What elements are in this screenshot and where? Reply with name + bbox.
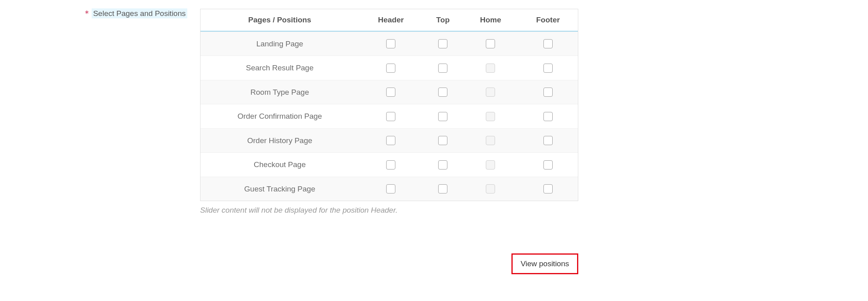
checkbox-cell <box>423 80 463 104</box>
table-row: Checkout Page <box>200 152 578 176</box>
checkbox-cell <box>463 80 518 104</box>
checkbox-top[interactable] <box>438 136 447 145</box>
checkbox-cell <box>463 32 518 56</box>
checkbox-footer[interactable] <box>543 88 553 97</box>
page-name-cell: Order History Page <box>200 128 359 152</box>
col-header: Footer <box>518 9 578 32</box>
checkbox-cell <box>518 177 578 201</box>
table-row: Landing Page <box>200 32 578 56</box>
checkbox-home <box>486 160 495 169</box>
pages-positions-table: Pages / PositionsHeaderTopHomeFooter Lan… <box>200 9 578 201</box>
checkbox-top[interactable] <box>438 39 447 48</box>
checkbox-cell <box>518 152 578 176</box>
checkbox-cell <box>423 32 463 56</box>
checkbox-home[interactable] <box>486 39 495 48</box>
page-name-cell: Guest Tracking Page <box>200 177 359 201</box>
checkbox-cell <box>359 128 423 152</box>
checkbox-cell <box>359 32 423 56</box>
checkbox-footer[interactable] <box>543 136 553 145</box>
checkbox-header[interactable] <box>386 184 395 193</box>
checkbox-cell <box>518 32 578 56</box>
checkbox-footer[interactable] <box>543 64 553 73</box>
table-row: Order History Page <box>200 128 578 152</box>
checkbox-header[interactable] <box>386 39 395 48</box>
page-name-cell: Checkout Page <box>200 152 359 176</box>
table-row: Search Result Page <box>200 56 578 80</box>
checkbox-home <box>486 88 495 97</box>
checkbox-cell <box>359 152 423 176</box>
checkbox-cell <box>359 177 423 201</box>
page-name-cell: Room Type Page <box>200 80 359 104</box>
helper-note: Slider content will not be displayed for… <box>200 206 578 215</box>
checkbox-cell <box>518 56 578 80</box>
checkbox-top[interactable] <box>438 184 447 193</box>
checkbox-footer[interactable] <box>543 184 553 193</box>
col-header: Header <box>359 9 423 32</box>
checkbox-cell <box>423 177 463 201</box>
checkbox-header[interactable] <box>386 64 395 73</box>
checkbox-cell <box>518 104 578 128</box>
checkbox-home <box>486 136 495 145</box>
checkbox-home <box>486 112 495 121</box>
checkbox-cell <box>423 104 463 128</box>
checkbox-cell <box>463 128 518 152</box>
checkbox-cell <box>359 104 423 128</box>
checkbox-home <box>486 64 495 73</box>
checkbox-cell <box>423 128 463 152</box>
field-value-area: Pages / PositionsHeaderTopHomeFooter Lan… <box>200 9 578 215</box>
table-row: Guest Tracking Page <box>200 177 578 201</box>
checkbox-home <box>486 184 495 193</box>
checkbox-footer[interactable] <box>543 160 553 169</box>
checkbox-cell <box>463 104 518 128</box>
checkbox-header[interactable] <box>386 160 395 169</box>
col-header: Pages / Positions <box>200 9 359 32</box>
checkbox-cell <box>463 152 518 176</box>
checkbox-top[interactable] <box>438 88 447 97</box>
page-name-cell: Landing Page <box>200 32 359 56</box>
page-name-cell: Search Result Page <box>200 56 359 80</box>
checkbox-cell <box>518 128 578 152</box>
table-row: Room Type Page <box>200 80 578 104</box>
checkbox-cell <box>518 80 578 104</box>
checkbox-cell <box>359 80 423 104</box>
checkbox-top[interactable] <box>438 160 447 169</box>
checkbox-header[interactable] <box>386 136 395 145</box>
checkbox-cell <box>463 177 518 201</box>
field-label-area: *Select Pages and Positions <box>0 9 200 18</box>
checkbox-cell <box>423 56 463 80</box>
checkbox-top[interactable] <box>438 112 447 121</box>
checkbox-cell <box>423 152 463 176</box>
checkbox-cell <box>359 56 423 80</box>
required-mark: * <box>84 9 89 18</box>
col-header: Top <box>423 9 463 32</box>
field-label-text: Select Pages and Positions <box>92 8 187 18</box>
checkbox-header[interactable] <box>386 112 395 121</box>
checkbox-header[interactable] <box>386 88 395 97</box>
checkbox-footer[interactable] <box>543 112 553 121</box>
checkbox-cell <box>463 56 518 80</box>
col-header: Home <box>463 9 518 32</box>
view-positions-button[interactable]: View positions <box>511 253 578 274</box>
checkbox-top[interactable] <box>438 64 447 73</box>
page-name-cell: Order Confirmation Page <box>200 104 359 128</box>
table-row: Order Confirmation Page <box>200 104 578 128</box>
checkbox-footer[interactable] <box>543 39 553 48</box>
